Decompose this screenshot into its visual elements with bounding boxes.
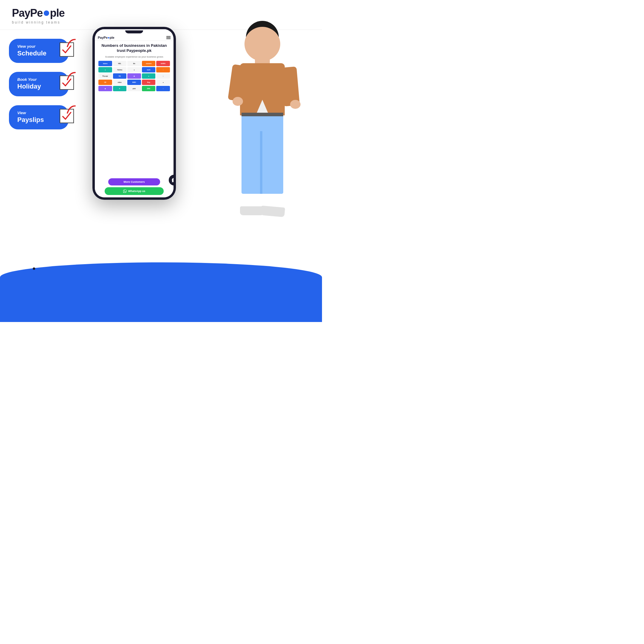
schedule-btn-main: Schedule <box>17 49 57 58</box>
phone-subtext: Scalable employee experience as your bus… <box>98 55 170 58</box>
person-right-hand <box>290 100 301 109</box>
whatsapp-icon <box>123 189 127 193</box>
phone-screen: PayPe●ple Numbers of businesses in Pakis… <box>95 29 174 197</box>
logo-pinkgp: pink <box>127 86 141 91</box>
logo-nidec: nidec <box>113 80 127 85</box>
logo-circle4: ○ <box>156 73 170 79</box>
phone-brand-logo: PayPe●ple <box>98 36 114 39</box>
logo-dot1: ● <box>127 67 141 72</box>
logo-naira: NAIRA <box>156 61 170 66</box>
holiday-button-wrapper: Book Your Holiday <box>9 72 69 96</box>
person-right-shoe <box>261 206 285 217</box>
chat-bubble-float[interactable]: 1 <box>169 175 174 185</box>
phone-bottom-area: More Customers WhatsApp us 1 <box>95 176 174 197</box>
holiday-btn-top: Book Your <box>17 77 57 82</box>
person-leg-seam <box>260 131 262 194</box>
brand-logo: PayPe●ple <box>12 5 64 20</box>
phone-headline: Numbers of businesses in Pakistan trust … <box>98 43 170 53</box>
holiday-checkmark-box <box>60 75 74 90</box>
logo-sq: SQ <box>113 73 127 79</box>
feature-buttons-area: View your Schedule Book Your Holiday <box>9 39 69 129</box>
logo-part1: PayPe <box>12 7 43 19</box>
client-logo-grid: katera KBL illo naseera NAIRA ● Yakima ●… <box>98 61 170 91</box>
logo-tachikawa: tachi <box>142 67 156 72</box>
person-left-hand <box>233 97 243 106</box>
logo-zinc: ZINC <box>142 86 156 91</box>
logo-inbo: iNBO <box>127 80 141 85</box>
phone-notch <box>125 30 143 33</box>
payslips-btn-top: View <box>17 111 57 116</box>
phone-frame: PayPe●ple Numbers of businesses in Pakis… <box>92 27 176 200</box>
logo-circle5: ○ <box>156 86 170 91</box>
whatsapp-button[interactable]: WhatsApp us <box>105 187 164 195</box>
holiday-check-swoosh <box>67 72 76 80</box>
logo-cd: CD <box>98 80 112 85</box>
logo-payapp: Pay●pp <box>98 73 112 79</box>
logo-circle1: ● <box>98 67 112 72</box>
payslips-btn-main: Payslips <box>17 116 57 124</box>
phone-nav: PayPe●ple <box>95 35 174 41</box>
chat-icon <box>171 177 174 183</box>
brand-subtitle: build winning teams <box>12 20 60 24</box>
phone-logo-dot: ● <box>108 36 110 39</box>
wave-decoration <box>0 262 322 322</box>
logo-diamond2: ◆ <box>98 86 112 91</box>
logo-diamond: ◆ <box>127 73 141 79</box>
person-figure-area <box>197 18 322 227</box>
whatsapp-btn-label: WhatsApp us <box>128 190 145 193</box>
payslips-button-wrapper: View Payslips <box>9 105 69 129</box>
logo-part2: ple <box>50 7 64 19</box>
person-left-shoe <box>240 206 264 215</box>
logo-dot: ● <box>43 5 50 19</box>
logo-plane: ✈ <box>113 86 127 91</box>
person-belt <box>241 113 283 116</box>
logo-illo: illo <box>127 61 141 66</box>
logo-kbl: KBL <box>113 61 127 66</box>
logo-circle2: ○ <box>156 67 170 72</box>
schedule-btn-top: View your <box>17 44 57 49</box>
phone-mockup: PayPe●ple Numbers of businesses in Pakis… <box>92 27 176 200</box>
person-head <box>244 27 280 61</box>
person-pants <box>241 113 283 194</box>
payslips-check-swoosh <box>67 105 76 114</box>
schedule-checkmark-box <box>60 42 74 57</box>
payslips-checkmark-box <box>60 109 74 123</box>
phone-hamburger-icon[interactable] <box>166 36 171 39</box>
check-swoosh <box>67 39 76 47</box>
logo-circle3: ● <box>142 73 156 79</box>
more-customers-button[interactable]: More Customers <box>108 178 160 185</box>
phone-status-bar <box>95 29 174 35</box>
person-illustration <box>212 21 313 218</box>
logo-yakima: Yakima <box>113 67 127 72</box>
logo-therug: Rug <box>142 80 156 85</box>
logo-naseera: naseera <box>142 61 156 66</box>
phone-content-area: Numbers of businesses in Pakistan trust … <box>95 41 174 176</box>
holiday-btn-main: Holiday <box>17 82 57 91</box>
logo-katera: katera <box>98 61 112 66</box>
slide-indicator-dot <box>33 267 35 270</box>
schedule-button-wrapper: View your Schedule <box>9 39 69 63</box>
logo-dot2: ● <box>156 80 170 85</box>
